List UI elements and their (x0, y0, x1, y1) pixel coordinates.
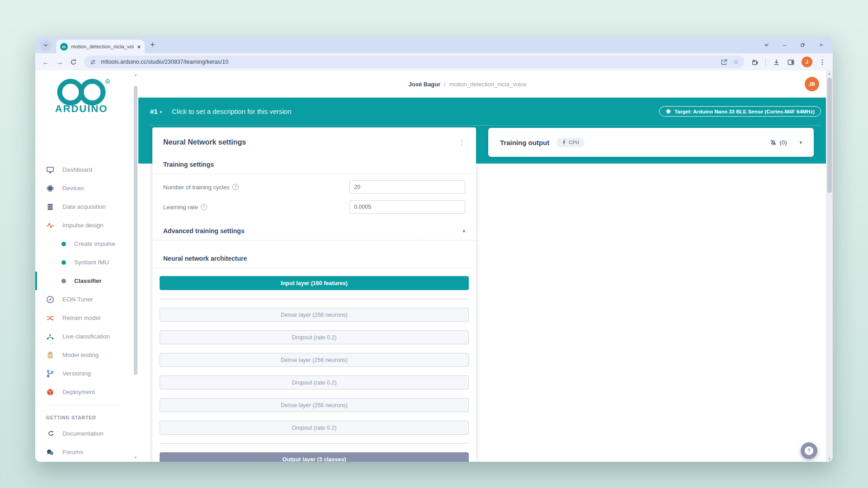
tab-title: motion_detection_nicla_voice - ( (71, 44, 134, 49)
breadcrumb-project[interactable]: motion_detection_nicla_voice (449, 81, 527, 88)
sidebar-item-label: Model testing (62, 352, 99, 358)
tab-close-icon[interactable]: × (137, 43, 141, 50)
sidebar-item-label: Impulse design (62, 222, 104, 229)
layer-divider (160, 443, 469, 444)
monitor-icon (46, 166, 54, 174)
sidebar-item-retrain-model[interactable]: Retrain model (35, 309, 132, 327)
close-window-button[interactable]: × (819, 42, 823, 48)
side-panel-icon[interactable] (787, 58, 795, 66)
sidebar-item-documentation[interactable]: Documentation (35, 424, 132, 443)
card-menu-icon[interactable]: ⋮ (458, 138, 465, 146)
page-header: José Bagur / motion_detection_nicla_voic… (138, 70, 833, 98)
sidebar-item-eon-tuner[interactable]: EON Tuner (35, 290, 132, 309)
dense-layer-button[interactable]: Dense layer (256 neurons) (160, 353, 469, 367)
sidebar-item-label: Syntiant IMU (74, 259, 109, 266)
sidebar-item-deployment[interactable]: Deployment (35, 383, 132, 401)
scrollbar-thumb[interactable] (827, 78, 832, 193)
user-avatar[interactable]: JB (805, 77, 819, 91)
sidebar-item-classifier[interactable]: Classifier (35, 272, 132, 290)
card-title: Neural Network settings (163, 138, 458, 146)
sidebar-item-syntiant-imu[interactable]: Syntiant IMU (35, 253, 132, 272)
address-bar[interactable]: mltools.arduino.cc/studio/230837/learnin… (84, 56, 744, 68)
page-scrollbar[interactable]: ▲ ▼ (826, 70, 833, 462)
dense-layer-button[interactable]: Dense layer (256 neurons) (160, 398, 469, 412)
sidebar-nav: Dashboard Devices Data acquisition Impul… (35, 160, 132, 461)
scrollbar-thumb[interactable] (134, 86, 137, 375)
learning-rate-input[interactable] (349, 200, 465, 214)
help-circle-icon[interactable]: ? (201, 204, 207, 210)
version-description[interactable]: Click to set a description for this vers… (172, 108, 291, 115)
browser-menu-icon[interactable]: ⋮ (819, 58, 826, 66)
bell-off-icon (769, 139, 777, 146)
help-circle-icon[interactable]: ? (232, 184, 239, 190)
sidebar-item-impulse-design[interactable]: Impulse design (35, 216, 132, 235)
download-icon[interactable] (773, 58, 780, 66)
url-text[interactable]: mltools.arduino.cc/studio/230837/learnin… (101, 59, 716, 65)
training-output-card: Training output CPU (0) ▾ (488, 128, 814, 157)
bolt-icon (561, 140, 566, 145)
chip-icon (46, 184, 54, 192)
breadcrumb: José Bagur / motion_detection_nicla_voic… (138, 70, 797, 98)
output-layer-button[interactable]: Output layer (3 classes) (160, 452, 469, 462)
question-icon: ? (805, 446, 813, 455)
training-cycles-input[interactable] (349, 180, 465, 194)
registered-icon: ® (107, 80, 109, 83)
share-icon[interactable] (721, 59, 727, 66)
scroll-up-icon[interactable]: ▲ (826, 72, 833, 75)
sidebar-item-forums[interactable]: Forums (35, 443, 132, 461)
layer-divider (160, 299, 469, 299)
restore-window-button[interactable] (800, 42, 806, 48)
scroll-up-icon[interactable]: ▲ (133, 73, 138, 76)
sidebar-item-create-impulse[interactable]: Create impulse (35, 235, 132, 253)
sidebar-item-label: Deployment (62, 389, 95, 395)
dropout-layer-button[interactable]: Dropout (rate 0.2) (160, 375, 469, 389)
back-icon[interactable]: ← (42, 58, 49, 66)
sidebar-divider (46, 405, 121, 405)
input-layer-button[interactable]: Input layer (160 features) (160, 276, 469, 290)
dotted-divider (152, 240, 476, 240)
tab-search-button[interactable] (40, 39, 52, 51)
sidebar-section-header: GETTING STARTED (35, 409, 132, 424)
architecture-heading: Neural network architecture (163, 255, 465, 262)
divider (152, 174, 476, 174)
help-button[interactable]: ? (801, 442, 817, 459)
sidebar-item-versioning[interactable]: Versioning (35, 364, 132, 383)
sidebar-item-dashboard[interactable]: Dashboard (35, 160, 132, 179)
forward-icon[interactable]: → (56, 58, 63, 66)
advanced-settings-toggle[interactable]: Advanced training settings ▾ (163, 227, 465, 235)
clipboard-icon (46, 351, 54, 359)
notifications-indicator[interactable]: (0) (769, 139, 787, 146)
browser-profile-avatar[interactable]: J (802, 56, 812, 67)
extensions-icon[interactable] (751, 58, 759, 66)
version-caret-icon[interactable]: ▾ (160, 110, 162, 114)
new-tab-button[interactable]: + (150, 40, 155, 50)
scroll-down-icon[interactable]: ▼ (826, 457, 833, 460)
version-number[interactable]: #1 (150, 108, 158, 115)
chevron-down-icon (43, 42, 48, 48)
scroll-down-icon[interactable]: ▼ (133, 456, 138, 459)
sidebar-item-data-acquisition[interactable]: Data acquisition (35, 197, 132, 216)
arduino-logo: ® ARDUINO (35, 79, 133, 115)
branch-icon (46, 370, 54, 378)
signal-icon (46, 333, 54, 341)
sidebar: ® ARDUINO Dashboard Devices Data acquisi… (35, 70, 138, 462)
target-badge[interactable]: Target: Arduino Nano 33 BLE Sense (Corte… (659, 106, 821, 117)
dropout-layer-button[interactable]: Dropout (rate 0.2) (160, 421, 469, 435)
bookmark-star-icon[interactable]: ☆ (733, 58, 739, 66)
dense-layer-button[interactable]: Dense layer (256 neurons) (160, 308, 469, 322)
sidebar-item-live-classification[interactable]: Live classification (35, 327, 132, 346)
site-settings-icon[interactable] (90, 59, 96, 66)
layer-list: Input layer (160 features) Dense layer (… (152, 276, 476, 462)
minimize-button[interactable]: – (783, 42, 786, 48)
dropout-layer-button[interactable]: Dropout (rate 0.2) (160, 330, 469, 344)
browser-tab[interactable]: ∞ motion_detection_nicla_voice - ( × (56, 40, 145, 53)
sidebar-item-model-testing[interactable]: Model testing (35, 346, 132, 364)
collapse-caret-icon[interactable]: ▾ (799, 140, 802, 145)
reload-icon[interactable] (70, 58, 77, 66)
sidebar-item-devices[interactable]: Devices (35, 179, 132, 197)
sidebar-scrollbar[interactable]: ▲ ▼ (133, 73, 138, 459)
shuffle-icon (46, 314, 54, 322)
toolbar-divider (765, 58, 766, 66)
breadcrumb-user[interactable]: José Bagur (409, 81, 441, 88)
window-menu-chevron-icon[interactable] (764, 42, 769, 48)
